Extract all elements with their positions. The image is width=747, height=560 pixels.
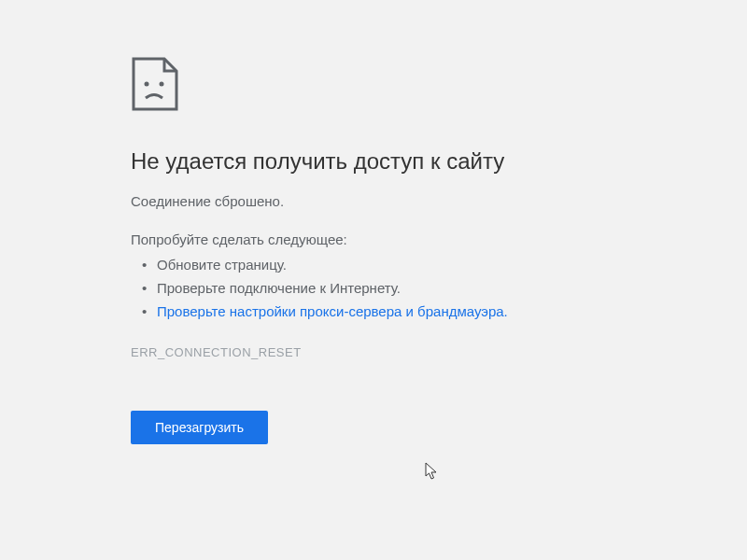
- svg-point-1: [160, 82, 164, 87]
- suggestions-list: Обновите страницу. Проверьте подключение…: [131, 257, 560, 319]
- cursor-icon: [425, 462, 440, 484]
- error-subtitle: Соединение сброшено.: [131, 193, 560, 209]
- error-container: Не удается получить доступ к сайту Соеди…: [0, 0, 560, 444]
- suggestion-item: Проверьте подключение к Интернету.: [157, 280, 560, 296]
- suggestion-link[interactable]: Проверьте настройки прокси-сервера и бра…: [157, 303, 560, 319]
- suggestions-label: Попробуйте сделать следующее:: [131, 231, 560, 247]
- svg-point-0: [145, 82, 149, 87]
- suggestion-item: Обновите страницу.: [157, 257, 560, 273]
- sad-page-icon: [131, 56, 560, 116]
- error-code: ERR_CONNECTION_RESET: [131, 345, 560, 359]
- error-title: Не удается получить доступ к сайту: [131, 148, 560, 175]
- reload-button[interactable]: Перезагрузить: [131, 411, 268, 444]
